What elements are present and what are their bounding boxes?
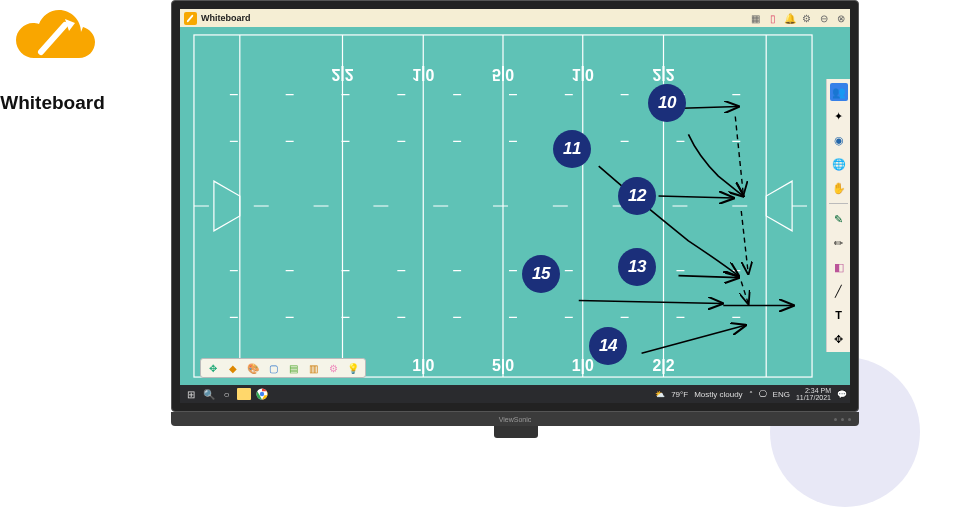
move-icon[interactable]: ✥ (830, 330, 848, 348)
brand-label: ViewSonic (499, 416, 532, 423)
player-marker[interactable]: 15 (522, 255, 560, 293)
notif-icon[interactable]: 💬 (837, 390, 847, 399)
text-tool-icon[interactable]: T (830, 306, 848, 324)
weather-cond[interactable]: Mostly cloudy (694, 390, 742, 399)
ft-doc-icon[interactable]: ▥ (305, 360, 321, 376)
app-logo-icon (184, 12, 197, 25)
player-marker[interactable]: 12 (618, 177, 656, 215)
ft-shape-icon[interactable]: ◆ (225, 360, 241, 376)
ft-palette-icon[interactable]: 🎨 (245, 360, 261, 376)
explorer-icon[interactable] (237, 388, 251, 400)
field-label: 1|0 (412, 66, 434, 83)
svg-point-17 (259, 392, 263, 396)
hand-icon[interactable]: ✋ (830, 179, 848, 197)
field-label: 2|2 (331, 66, 353, 83)
eye-icon[interactable]: ◉ (830, 131, 848, 149)
app-title: Whiteboard (201, 13, 251, 23)
monitor-frame: Whiteboard ▦ ▯ 🔔 ⚙ ⊖ ⊗ (171, 0, 859, 412)
line-icon[interactable]: ╱ (830, 282, 848, 300)
ft-page-icon[interactable]: ▤ (285, 360, 301, 376)
whiteboard-cloud-icon: Whiteboard (0, 0, 105, 114)
tray-lang[interactable]: ENG (773, 390, 790, 399)
player-marker[interactable]: 10 (648, 84, 686, 122)
player-marker[interactable]: 13 (618, 248, 656, 286)
gear-icon[interactable]: ⚙ (801, 13, 812, 24)
tray-chevron-icon[interactable]: ˄ (749, 390, 753, 399)
bell-icon[interactable]: 🔔 (784, 13, 795, 24)
chrome-icon[interactable] (254, 387, 269, 401)
field-label: 1|0 (572, 357, 594, 374)
tray-monitor-icon[interactable]: 🖵 (759, 390, 767, 399)
monitor-bezel: ViewSonic (171, 412, 859, 426)
floating-toolbar: ✥ ◆ 🎨 ▢ ▤ ▥ ⚙ 💡 (200, 358, 366, 378)
player-marker[interactable]: 11 (553, 130, 591, 168)
pen-icon[interactable]: ✏ (830, 234, 848, 252)
weather-icon[interactable]: ⛅ (655, 390, 665, 399)
field-label: 1|0 (572, 66, 594, 83)
field-label: 5|0 (492, 357, 514, 374)
field-label: 1|0 (412, 357, 434, 374)
eraser-icon[interactable]: ◧ (830, 258, 848, 276)
svg-line-2 (188, 15, 193, 20)
globe-icon[interactable]: 🌐 (830, 155, 848, 173)
pages-icon[interactable]: ▯ (767, 13, 778, 24)
screen: Whiteboard ▦ ▯ 🔔 ⚙ ⊖ ⊗ (180, 9, 850, 403)
marker-icon[interactable]: ✎ (830, 210, 848, 228)
ft-move-icon[interactable]: ✥ (205, 360, 221, 376)
field-label: 5|0 (492, 66, 514, 83)
field-label: 2|2 (652, 357, 674, 374)
player-marker[interactable]: 14 (589, 327, 627, 365)
ext-icon-label: Whiteboard (0, 92, 105, 114)
ft-square-icon[interactable]: ▢ (265, 360, 281, 376)
search-icon[interactable]: 🔍 (201, 387, 216, 401)
minimize-icon[interactable]: ⊖ (818, 13, 829, 24)
cortana-icon[interactable]: ○ (219, 387, 234, 401)
ft-bulb-icon[interactable]: 💡 (345, 360, 361, 376)
weather-temp[interactable]: 79°F (671, 390, 688, 399)
whiteboard-canvas[interactable]: 2|2 1|0 5|0 1|0 2|2 2|2 1|0 5|0 1|0 2|2 (180, 27, 826, 385)
grid-icon[interactable]: ▦ (750, 13, 761, 24)
people-icon[interactable]: 👥 (830, 83, 848, 101)
side-toolbar: 👥 ✦ ◉ 🌐 ✋ ✎ ✏ ◧ ╱ T ✥ (826, 79, 850, 352)
close-icon[interactable]: ⊗ (835, 13, 846, 24)
titlebar: Whiteboard ▦ ▯ 🔔 ⚙ ⊖ ⊗ (180, 9, 850, 27)
select-icon[interactable]: ✦ (830, 107, 848, 125)
start-button[interactable]: ⊞ (183, 387, 198, 401)
windows-taskbar: ⊞ 🔍 ○ ⛅ 79°F Mostly cloudy ˄ 🖵 ENG 2:34 … (180, 385, 850, 403)
taskbar-clock[interactable]: 2:34 PM 11/17/2021 (796, 387, 831, 402)
ft-gear-icon[interactable]: ⚙ (325, 360, 341, 376)
monitor-stand (494, 426, 538, 438)
field-label: 2|2 (652, 66, 674, 83)
